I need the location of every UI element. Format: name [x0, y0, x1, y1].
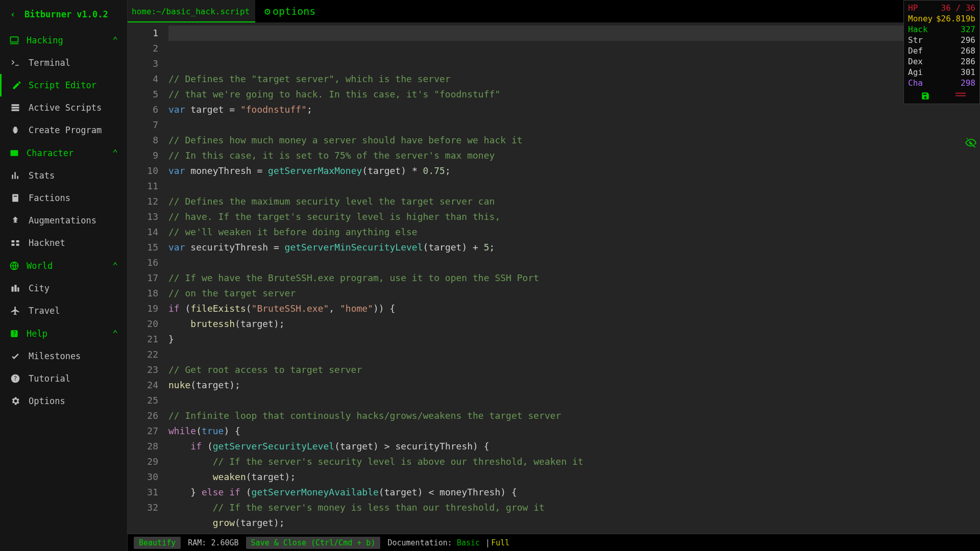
svg-rect-13: [12, 287, 14, 292]
code-line[interactable]: // Defines the "target server", which is…: [168, 71, 980, 87]
code-line[interactable]: // If we have the BruteSSH.exe program, …: [168, 270, 980, 286]
code-line[interactable]: [168, 255, 980, 270]
doc-full-link[interactable]: Full: [491, 538, 509, 547]
doc-basic-link[interactable]: Basic: [457, 538, 480, 547]
line-number: 14: [128, 224, 158, 240]
line-number: 29: [128, 454, 158, 469]
current-line-highlight: [168, 26, 980, 41]
save-close-button[interactable]: Save & Close (Ctrl/Cmd + b): [246, 537, 381, 549]
svg-rect-10: [12, 244, 15, 246]
nav-augmentations[interactable]: Augmentations: [0, 209, 127, 232]
status-bar: Beautify RAM: 2.60GB Save & Close (Ctrl/…: [128, 534, 980, 551]
svg-rect-7: [14, 196, 17, 197]
code-line[interactable]: [168, 393, 980, 408]
money-label: Money: [908, 14, 933, 23]
save-icon[interactable]: [921, 91, 930, 101]
nav-factions[interactable]: Factions: [0, 187, 127, 209]
code-line[interactable]: nuke(target);: [168, 378, 980, 393]
app-title[interactable]: ‹ Bitburner v1.0.2: [0, 5, 127, 29]
nav-tutorial[interactable]: ? Tutorial: [0, 367, 127, 390]
agi-label: Agi: [908, 67, 923, 77]
kill-all-icon[interactable]: [955, 91, 966, 101]
hp-value: 36 / 36: [941, 3, 975, 13]
nav-script-editor[interactable]: Script Editor: [0, 74, 127, 96]
edit-icon: [12, 80, 22, 90]
nav-milestones[interactable]: Milestones: [0, 345, 127, 367]
code-line[interactable]: }: [168, 332, 980, 347]
svg-rect-14: [14, 285, 16, 291]
nav-create-program[interactable]: Create Program: [0, 119, 127, 141]
svg-text:?: ?: [12, 330, 16, 337]
code-line[interactable]: // If the server's security level is abo…: [168, 454, 980, 469]
code-line[interactable]: [168, 347, 980, 362]
upgrade-icon: [10, 215, 20, 226]
nav-terminal[interactable]: Terminal: [0, 52, 127, 74]
check-icon: [10, 351, 20, 361]
code-line[interactable]: while(true) {: [168, 423, 980, 439]
section-world[interactable]: World: [0, 254, 127, 277]
line-number: 10: [128, 163, 158, 179]
str-value: 296: [961, 35, 975, 45]
code-line[interactable]: [168, 179, 980, 194]
code-line[interactable]: } else if (getServerMoneyAvailable(targe…: [168, 485, 980, 500]
hack-value: 327: [961, 24, 975, 34]
section-label: Help: [27, 329, 47, 339]
section-help[interactable]: ? Help: [0, 322, 127, 345]
code-line[interactable]: var securityThresh = getServerMinSecurit…: [168, 240, 980, 255]
line-number: 27: [128, 423, 158, 439]
line-number: 18: [128, 286, 158, 301]
code-line[interactable]: // Defines the maximum security level th…: [168, 194, 980, 209]
code-line[interactable]: // we'll weaken it before doing anything…: [168, 224, 980, 240]
chevron-up-icon: [112, 328, 118, 339]
code-line[interactable]: // If the server's money is less than ou…: [168, 500, 980, 515]
code-line[interactable]: // Infinite loop that continously hacks/…: [168, 408, 980, 423]
nav-options[interactable]: Options: [0, 390, 127, 412]
section-hacking[interactable]: Hacking: [0, 29, 127, 52]
nav-stats[interactable]: Stats: [0, 164, 127, 187]
chevron-up-icon: [112, 35, 118, 45]
code-line[interactable]: brutessh(target);: [168, 316, 980, 332]
nav-city[interactable]: City: [0, 277, 127, 299]
code-line[interactable]: grow(target);: [168, 515, 980, 531]
code-line[interactable]: // Defines how much money a server shoul…: [168, 133, 980, 148]
code-line[interactable]: if (getServerSecurityLevel(target) > sec…: [168, 439, 980, 454]
svg-text:?: ?: [13, 375, 17, 382]
tab-active-file[interactable]: home:~/basic_hack.script: [128, 0, 255, 22]
line-number: 19: [128, 301, 158, 316]
line-number: 22: [128, 347, 158, 362]
svg-rect-5: [17, 176, 18, 179]
visibility-off-icon[interactable]: [965, 137, 977, 149]
code-line[interactable]: var target = "foodnstuff";: [168, 102, 980, 117]
line-number: 1: [128, 26, 158, 41]
nav-label: City: [29, 283, 50, 293]
options-button[interactable]: ⚙ options: [255, 0, 325, 22]
code-line[interactable]: weaken(target);: [168, 469, 980, 485]
code-line[interactable]: // have. If the target's security level …: [168, 209, 980, 224]
nav-label: Terminal: [29, 58, 70, 68]
code-line[interactable]: var moneyThresh = getServerMaxMoney(targ…: [168, 163, 980, 179]
code-line[interactable]: // Get root access to target server: [168, 362, 980, 378]
section-character[interactable]: Character: [0, 141, 127, 164]
nav-label: Create Program: [29, 125, 102, 135]
code-line[interactable]: // In this case, it is set to 75% of the…: [168, 148, 980, 163]
code-line[interactable]: if (fileExists("BruteSSH.exe", "home")) …: [168, 301, 980, 316]
code-editor[interactable]: 1234567891011121314151617181920212223242…: [128, 22, 980, 534]
bars-icon: [10, 170, 20, 181]
nav-travel[interactable]: Travel: [0, 299, 127, 322]
terminal-icon: [10, 58, 20, 68]
code-line[interactable]: } else {: [168, 531, 980, 534]
line-number: 20: [128, 316, 158, 332]
svg-rect-0: [11, 37, 18, 42]
tab-label: home:~/basic_hack.script: [132, 7, 250, 16]
account-icon: [10, 238, 20, 248]
chevron-up-icon: [112, 260, 118, 271]
code-line[interactable]: // on the target server: [168, 286, 980, 301]
beautify-button[interactable]: Beautify: [134, 537, 181, 549]
plane-icon: [10, 306, 20, 316]
nav-active-scripts[interactable]: Active Scripts: [0, 96, 127, 119]
code-area[interactable]: // Defines the "target server", which is…: [168, 22, 980, 534]
code-line[interactable]: // that we're going to hack. In this cas…: [168, 87, 980, 102]
nav-hacknet[interactable]: Hacknet: [0, 232, 127, 254]
code-line[interactable]: [168, 117, 980, 133]
line-number: 7: [128, 117, 158, 133]
